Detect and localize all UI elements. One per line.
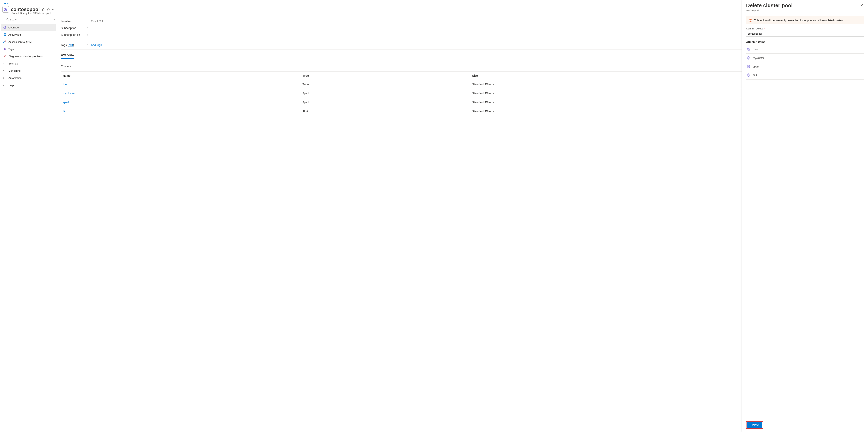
tab-overview[interactable]: Overview (61, 53, 74, 59)
svg-line-4 (8, 20, 8, 20)
cluster-icon (747, 65, 750, 68)
affected-item: trino (746, 45, 864, 54)
svg-point-11 (4, 48, 4, 49)
edit-tags-link[interactable]: edit (68, 44, 73, 47)
col-name[interactable]: Name (61, 72, 301, 80)
diagnose-icon (3, 55, 6, 58)
sidebar-search[interactable] (5, 17, 52, 22)
confirm-delete-label: Confirm delete * (746, 27, 864, 30)
sidebar: ⇳ « Overview Activity log Access control… (0, 17, 57, 431)
sidebar-item-automation[interactable]: › Automation (1, 74, 56, 82)
page-title: contosopool (11, 7, 40, 12)
blade-subtitle: contosopool (746, 9, 793, 12)
affected-item: flink (746, 71, 864, 80)
sidebar-item-tags[interactable]: Tags (1, 46, 56, 53)
add-tags-link[interactable]: Add tags (91, 44, 102, 47)
confirm-delete-input[interactable] (746, 31, 864, 36)
search-input[interactable] (10, 18, 51, 21)
chevron-right-icon: › (3, 77, 6, 79)
cluster-link[interactable]: flink (63, 110, 68, 113)
page-subtitle: Azure HDInsight on AKS cluster pool (0, 12, 868, 15)
cluster-link[interactable]: trino (63, 83, 68, 86)
access-control-icon (3, 40, 6, 44)
cluster-icon (747, 56, 750, 60)
cluster-icon (747, 73, 750, 77)
page-header: contosopool ··· (0, 5, 868, 12)
search-icon (6, 18, 9, 21)
warning-banner: This action will permanently delete the … (746, 16, 864, 24)
location-value: East US 2 (91, 20, 103, 23)
delete-button[interactable]: Delete (747, 422, 762, 428)
cluster-type: Flink (301, 107, 470, 116)
delete-button-highlight: Delete (746, 421, 763, 429)
affected-item-name: spark (753, 65, 759, 68)
sidebar-item-diagnose[interactable]: Diagnose and solve problems (1, 53, 56, 60)
sidebar-item-overview[interactable]: Overview (1, 24, 56, 31)
sidebar-item-label: Help (8, 84, 14, 87)
sidebar-item-label: Tags (8, 48, 14, 51)
more-menu[interactable]: ··· (52, 7, 56, 11)
svg-point-3 (7, 19, 8, 20)
chevron-right-icon: › (10, 2, 11, 5)
chevron-right-icon: › (3, 84, 6, 87)
delete-blade: Delete cluster pool contosopool ✕ This a… (742, 0, 868, 431)
cluster-link[interactable]: mycluster (63, 92, 75, 95)
collapse-sidebar-icon[interactable]: « (54, 18, 55, 21)
sidebar-item-access-control[interactable]: Access control (IAM) (1, 38, 56, 46)
sidebar-item-settings[interactable]: › Settings (1, 60, 56, 67)
col-type[interactable]: Type (301, 72, 470, 80)
svg-rect-6 (4, 34, 6, 34)
affected-items-heading: Affected items (746, 40, 864, 44)
subscription-id-label: Subscription ID (61, 33, 87, 36)
tags-label: Tags (edit) (61, 44, 87, 47)
location-label: Location (61, 20, 87, 23)
subscription-label: Subscription (61, 26, 87, 30)
close-icon[interactable]: ✕ (859, 2, 864, 8)
warning-text: This action will permanently delete the … (754, 19, 844, 22)
expand-collapse-icon[interactable]: ⇳ (2, 19, 4, 21)
affected-item: mycluster (746, 54, 864, 62)
sidebar-item-monitoring[interactable]: › Monitoring (1, 67, 56, 74)
sidebar-item-label: Activity log (8, 33, 21, 36)
breadcrumb: Home › (0, 0, 868, 5)
affected-item-name: trino (753, 48, 758, 51)
affected-item-name: mycluster (753, 56, 764, 59)
sidebar-item-label: Overview (8, 26, 19, 29)
overview-icon (3, 26, 6, 29)
cluster-pool-icon (4, 7, 8, 11)
pin-icon[interactable] (42, 8, 45, 11)
breadcrumb-home[interactable]: Home (2, 2, 9, 5)
cluster-type: Spark (301, 98, 470, 107)
sidebar-item-label: Settings (8, 62, 18, 65)
warning-icon (749, 19, 752, 22)
cluster-type: Spark (301, 89, 470, 98)
svg-rect-7 (4, 34, 6, 35)
resource-icon (2, 6, 9, 12)
sidebar-item-label: Monitoring (8, 69, 21, 72)
svg-point-10 (5, 41, 6, 41)
star-icon[interactable] (47, 8, 50, 11)
tags-icon (3, 48, 6, 51)
chevron-right-icon: › (3, 62, 6, 65)
affected-item-name: flink (753, 74, 757, 77)
blade-title: Delete cluster pool (746, 2, 793, 9)
svg-point-9 (4, 41, 5, 42)
affected-item: spark (746, 62, 864, 71)
sidebar-item-label: Diagnose and solve problems (8, 55, 43, 58)
svg-point-14 (750, 21, 751, 21)
sidebar-item-activity-log[interactable]: Activity log (1, 31, 56, 38)
svg-rect-8 (4, 35, 5, 35)
sidebar-item-label: Access control (IAM) (8, 40, 32, 44)
sidebar-item-label: Automation (8, 77, 22, 80)
cluster-icon (747, 48, 750, 51)
activity-log-icon (3, 33, 6, 36)
cluster-link[interactable]: spark (63, 101, 70, 104)
cluster-type: Trino (301, 80, 470, 89)
chevron-right-icon: › (3, 69, 6, 72)
sidebar-item-help[interactable]: › Help (1, 82, 56, 89)
